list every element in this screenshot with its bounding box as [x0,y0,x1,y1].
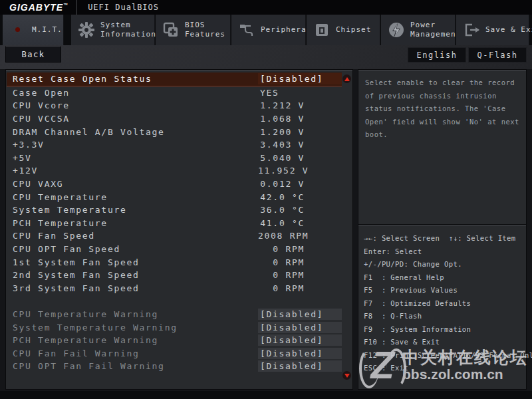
setting-row: CPU VAXG0.012 V [7,178,342,191]
setting-label: CPU Fan Speed [7,231,258,241]
hotkey-hint: F12 : Print Screen(FAT16/32 Format Only) [364,349,521,362]
setting-value[interactable]: [Disabled] [258,322,342,333]
save-exit-icon [463,21,480,39]
setting-row: 2nd System Fan Speed0 RPM [7,269,342,282]
setting-value: 0 RPM [258,270,342,280]
setting-row: +5V5.040 V [7,152,342,165]
setting-label: System Temperature [7,205,258,215]
setting-value: 0 RPM [258,283,342,293]
setting-value: 1.212 V [258,100,342,110]
setting-row[interactable]: CPU Fan Fail Warning[Disabled] [7,346,342,360]
setting-label: +5V [7,153,258,163]
bios-title: UEFI DualBIOS [77,3,159,12]
setting-label: +3.3V [7,140,258,150]
setting-row[interactable]: CPU Temperature Warning[Disabled] [7,308,342,321]
trademark-symbol: ™ [63,3,68,7]
setting-value[interactable]: [Disabled] [258,334,342,346]
tab-bios-features[interactable]: BIOSFeatures [156,15,231,45]
setting-value: YES [258,88,342,98]
setting-label: CPU OPT Fan Speed [7,244,258,254]
setting-row: +12V11.952 V [7,164,342,178]
hotkey-hint: ESC : Exit [364,362,521,375]
setting-label: PCH Temperature Warning [7,335,258,345]
hotkey-hint: F10 : Save & Exit [364,336,521,349]
setting-row[interactable]: PCH Temperature Warning[Disabled] [7,334,342,347]
chipset-icon [313,21,331,39]
settings-list-panel: Reset Case Open Status[Disabled]Case Ope… [5,69,353,390]
setting-label: DRAM Channel A/B Voltage [7,127,258,137]
setting-row: System Temperature36.0 °C [7,203,342,217]
tab-power-management[interactable]: PowerManagement [381,15,456,45]
item-help-description: Select enable to clear the record of pre… [358,70,526,225]
setting-label: 3rd System Fan Speed [7,283,258,293]
setting-row[interactable]: System Temperature Warning[Disabled] [7,321,342,334]
setting-value: 11.952 V [258,166,342,176]
scroll-down-arrow[interactable] [342,371,351,380]
tab-peripherals[interactable]: Peripherals [231,15,306,45]
setting-row: +3.3V3.403 V [7,138,342,152]
setting-value: 3.403 V [258,140,342,150]
hotkey-hint: Enter: Select [364,245,521,259]
setting-label: CPU Temperature Warning [7,309,258,319]
hotkey-hint: F1 : General Help [364,271,521,285]
setting-value: 1.200 V [258,127,342,137]
back-button[interactable]: Back [5,46,61,63]
bios-features-icon [162,21,180,39]
setting-row: DRAM Channel A/B Voltage1.200 V [7,125,342,138]
tab-mit[interactable]: M.I.T. [3,15,64,45]
hotkey-hint: +/-/PU/PD: Change Opt. [364,258,521,271]
main-content: Reset Case Open Status[Disabled]Case Ope… [0,69,532,391]
tab-save-exit[interactable]: Save & Exit [456,15,529,45]
setting-row: CPU VCCSA1.068 V [7,112,342,126]
tab-label: M.I.T. [32,25,63,35]
setting-row[interactable]: Reset Case Open Status[Disabled] [7,72,342,86]
setting-label: CPU VAXG [7,179,258,189]
secondary-bar: Back English Q-Flash [0,45,532,69]
setting-label: CPU OPT Fan Fail Warning [7,361,258,371]
power-lightning-icon [388,21,405,39]
help-panel: Select enable to clear the record of pre… [358,69,527,390]
setting-row: CPU Temperature42.0 °C [7,190,342,203]
tab-label: Chipset [336,25,371,35]
main-tab-bar: M.I.T. SystemInformation BIOSFeatures Pe… [0,15,532,45]
setting-label: CPU Temperature [7,192,258,202]
setting-label: 1st System Fan Speed [7,257,258,267]
setting-row: Case OpenYES [7,86,342,100]
setting-value: 1.068 V [258,114,342,124]
setting-label: CPU Fan Fail Warning [7,348,258,358]
setting-value: 5.040 V [258,153,342,163]
setting-value[interactable]: [Disabled] [258,360,342,372]
hotkey-hint: F8 : Q-Flash [364,310,521,323]
tab-chipset[interactable]: Chipset [307,15,380,45]
language-button[interactable]: English [408,47,466,63]
setting-label: CPU VCCSA [7,114,258,124]
setting-value: 41.0 °C [258,218,342,228]
hotkey-hint: F5 : Previous Values [364,284,521,297]
setting-value: 0.012 V [258,179,342,189]
setting-value[interactable]: [Disabled] [258,73,342,84]
setting-value[interactable]: [Disabled] [258,309,342,320]
settings-rows: Reset Case Open Status[Disabled]Case Ope… [7,72,342,373]
scroll-up-arrow[interactable] [342,74,351,83]
hotkey-legend: →←: Select Screen ↑↓: Select ItemEnter: … [358,225,526,389]
hotkey-hint: F7 : Optimized Defaults [364,297,521,311]
setting-label: System Temperature Warning [7,323,258,332]
setting-label: PCH Temperature [7,218,258,228]
tab-system-information[interactable]: SystemInformation [71,15,155,45]
peripherals-mouse-icon [238,21,255,39]
setting-row: 3rd System Fan Speed0 RPM [7,282,342,295]
qflash-button[interactable]: Q-Flash [468,47,527,63]
mit-red-ball-icon [9,21,27,39]
setting-row: PCH Temperature41.0 °C [7,217,342,230]
hotkey-hint: →←: Select Screen ↑↓: Select Item [364,232,521,245]
title-bar: GIGABYTE™ UEFI DualBIOS [0,0,532,15]
tab-label: PowerManagement [410,21,461,39]
setting-row[interactable]: CPU OPT Fan Fail Warning[Disabled] [7,360,342,373]
gear-icon [78,21,95,39]
tab-label: Save & Exit [485,25,532,35]
setting-value: 2008 RPM [258,231,342,241]
setting-value[interactable]: [Disabled] [258,348,342,359]
setting-row: CPU Vcore1.212 V [7,99,342,112]
setting-label: CPU Vcore [7,100,258,110]
setting-label: +12V [7,166,258,176]
